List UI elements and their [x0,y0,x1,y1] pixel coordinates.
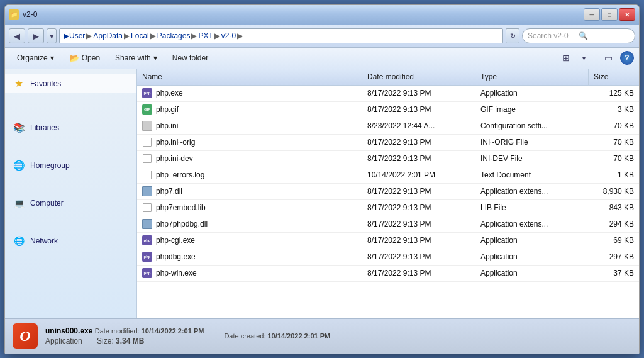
sidebar-label-favorites: Favorites [30,79,61,88]
file-size-cell: 294 KB [589,220,639,228]
table-row[interactable]: php7.dll 8/17/2022 9:13 PM Application e… [137,184,639,200]
doc-icon [142,203,152,213]
col-header-name[interactable]: Name [137,69,362,85]
sidebar-label-computer: Computer [30,199,64,208]
sidebar-spacer3 [5,175,136,194]
new-folder-label: New folder [172,53,208,62]
breadcrumb-packages[interactable]: Packages [157,31,191,40]
file-list: php php.exe 8/17/2022 9:13 PM Applicatio… [137,86,639,318]
sidebar-spacer4 [5,213,136,232]
file-date-cell: 8/17/2022 9:13 PM [362,252,475,261]
file-type: INI-DEV File [480,154,523,163]
file-size-cell: 1 KB [589,171,639,179]
new-folder-button[interactable]: New folder [165,50,215,66]
toolbar-separator [596,52,596,64]
file-size-cell: 69 KB [589,236,639,245]
file-type: Text Document [480,171,531,179]
table-row[interactable]: php7embed.lib 8/17/2022 9:13 PM LIB File… [137,200,639,216]
views-dropdown-button[interactable]: ▾ [575,50,592,66]
maximize-button[interactable]: □ [601,8,618,21]
file-date-cell: 10/14/2022 2:01 PM [362,171,475,179]
help-button[interactable]: ? [620,51,634,65]
breadcrumb[interactable]: ▶ User ▶ AppData ▶ Local ▶ Packages ▶ PX… [59,28,503,43]
search-box[interactable]: Search v2-0 🔍 [522,28,635,43]
organize-button[interactable]: Organize ▾ [10,50,61,66]
file-type: Application extens... [480,220,548,228]
ini-icon [142,121,152,131]
table-row[interactable]: php php-cgi.exe 8/17/2022 9:13 PM Applic… [137,233,639,249]
sidebar-item-computer[interactable]: 💻 Computer [5,194,136,213]
col-header-size[interactable]: Size [589,69,639,85]
close-button[interactable]: ✕ [619,8,635,21]
open-button[interactable]: 📂 Open [62,50,107,66]
sidebar-spacer [5,93,136,118]
table-row[interactable]: php.ini 8/23/2022 12:44 A... Configurati… [137,118,639,135]
share-chevron-icon: ▾ [153,53,157,62]
open-icon: 📂 [69,53,79,63]
php-icon: php [142,268,152,278]
breadcrumb-appdata[interactable]: AppData [93,31,123,40]
share-with-button[interactable]: Share with ▾ [108,50,164,66]
breadcrumb-pxt[interactable]: PXT [198,31,213,40]
file-date-cell: 8/23/2022 12:44 A... [362,121,475,130]
sidebar-item-favorites[interactable]: ★ Favorites [5,74,136,93]
file-date: 10/14/2022 2:01 PM [367,171,435,179]
file-name-cell: php php-cgi.exe [137,235,362,245]
file-name-cell: php php-win.exe [137,268,362,278]
sidebar-item-homegroup[interactable]: 🌐 Homegroup [5,156,136,175]
file-type: INI~ORIG File [480,138,528,147]
sidebar-item-network[interactable]: 🌐 Network [5,232,136,250]
views-button[interactable]: ⊞ [558,50,574,66]
file-name: phpdbg.exe [156,252,196,261]
title-bar: 📁 v2-0 ─ □ ✕ [5,5,639,25]
table-row[interactable]: GIF php.gif 8/17/2022 9:13 PM GIF image … [137,102,639,118]
file-type-cell: GIF image [475,105,589,114]
file-type-cell: Application [475,252,589,261]
file-size: 843 KB [609,203,634,212]
table-row[interactable]: php.ini-dev 8/17/2022 9:13 PM INI-DEV Fi… [137,151,639,167]
minimize-button[interactable]: ─ [584,8,600,21]
breadcrumb-v2-0[interactable]: v2-0 [221,31,236,40]
file-date-cell: 8/17/2022 9:13 PM [362,138,475,147]
open-label: Open [82,53,100,62]
file-name: php.gif [156,105,179,114]
file-type: Application [480,236,518,245]
nav-dropdown-button[interactable]: ▾ [47,28,57,43]
table-row[interactable]: php_errors.log 10/14/2022 2:01 PM Text D… [137,167,639,184]
file-name-cell: php7embed.lib [137,203,362,213]
file-date: 8/17/2022 9:13 PM [367,252,431,261]
status-filename: unins000.exe Date modified: 10/14/2022 2… [45,327,204,335]
preview-pane-button[interactable]: ▭ [600,50,616,66]
table-row[interactable]: php php.exe 8/17/2022 9:13 PM Applicatio… [137,86,639,102]
sidebar-item-libraries[interactable]: 📚 Libraries [5,118,136,137]
col-header-type[interactable]: Type [475,69,589,85]
file-date-cell: 8/17/2022 9:13 PM [362,89,475,98]
file-size-cell: 70 KB [589,154,639,163]
file-size: 294 KB [609,220,634,228]
gif-icon: GIF [142,104,152,115]
table-row[interactable]: php7phpdbg.dll 8/17/2022 9:13 PM Applica… [137,216,639,233]
back-button[interactable]: ◀ [9,28,25,43]
network-icon: 🌐 [13,235,25,247]
table-row[interactable]: php php-win.exe 8/17/2022 9:13 PM Applic… [137,266,639,282]
refresh-button[interactable]: ↻ [506,28,519,43]
status-app-icon: O [13,323,38,349]
table-row[interactable]: php phpdbg.exe 8/17/2022 9:13 PM Applica… [137,249,639,266]
breadcrumb-segment: ▶ [64,31,69,40]
file-size-cell: 125 KB [589,89,639,98]
file-name: php_errors.log [156,171,204,179]
table-row[interactable]: php.ini~orig 8/17/2022 9:13 PM INI~ORIG … [137,135,639,151]
breadcrumb-local[interactable]: Local [131,31,149,40]
breadcrumb-user[interactable]: User [69,31,85,40]
sidebar-spacer2 [5,137,136,156]
file-size: 1 KB [618,171,634,179]
file-date-cell: 8/17/2022 9:13 PM [362,187,475,196]
file-size-cell: 70 KB [589,121,639,130]
file-date-cell: 8/17/2022 9:13 PM [362,269,475,277]
file-date-cell: 8/17/2022 9:13 PM [362,105,475,114]
file-name-cell: php_errors.log [137,170,362,180]
forward-button[interactable]: ▶ [28,28,44,43]
status-bar: O unins000.exe Date modified: 10/14/2022… [5,318,639,354]
file-date: 8/17/2022 9:13 PM [367,220,431,228]
col-header-date[interactable]: Date modified [362,69,475,85]
